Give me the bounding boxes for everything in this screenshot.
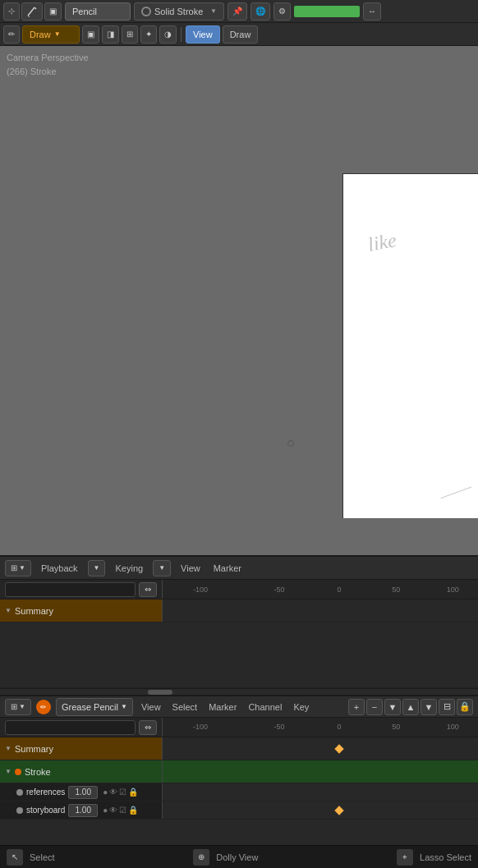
gp-topbar: ⊞ ▼ ✏ Grease Pencil ▼ View Select Marker… (0, 695, 478, 718)
playback-chevron-btn[interactable]: ▼ (88, 560, 106, 576)
gp-references-value[interactable]: 1.00 (68, 786, 98, 799)
gp-lock-icon: 🔒 (459, 701, 471, 712)
ref-render-icon[interactable]: ☑ (119, 788, 126, 797)
onion-btn[interactable]: ◨ (102, 25, 119, 44)
settings-btn[interactable]: ⚙ (273, 2, 291, 21)
globe-btn[interactable]: 🌐 (250, 2, 270, 21)
gp-select-menu[interactable]: Select (169, 700, 201, 714)
gp-name-btn[interactable]: Grease Pencil ▼ (56, 698, 133, 716)
dolly-icon[interactable]: ⊕ (193, 849, 209, 866)
svg-line-0 (28, 7, 34, 16)
gp-stroke-collapse-btn[interactable]: ▼ (5, 768, 11, 775)
lasso-icon[interactable]: ⌖ (397, 849, 413, 866)
stroke-type-label: Solid Stroke (154, 7, 203, 16)
canvas-sketch-line (435, 472, 471, 498)
search-input[interactable] (5, 582, 136, 597)
pin-btn[interactable]: 📌 (228, 2, 247, 21)
gp-ruler-left: ⇔ (0, 718, 163, 737)
stroke-circle-icon (141, 7, 151, 16)
pencil-draw-btn[interactable] (21, 2, 43, 21)
draw-mode-chevron-icon: ▼ (54, 30, 61, 38)
draw-icon-btn[interactable]: ✏ (3, 25, 20, 44)
timeline-scrollbar-thumb[interactable] (148, 690, 172, 695)
summary-collapse-btn[interactable]: ▼ (5, 607, 11, 614)
gp-stroke-label-text: Stroke (25, 767, 51, 777)
gp-references-track-row: references 1.00 ● 👁 ☑ 🔒 (0, 783, 478, 801)
gp-ref-dot-icon (16, 789, 23, 796)
gp-storyboard-value[interactable]: 1.00 (68, 804, 98, 817)
stroke-selector[interactable]: Solid Stroke ▼ (134, 2, 224, 21)
timeline-ruler: ⇔ -100 -50 0 50 100 (0, 580, 478, 599)
color-bar[interactable] (294, 6, 360, 17)
gp-panel-btn[interactable]: ⊟ (439, 699, 455, 715)
keying-chevron-icon: ▼ (159, 564, 165, 572)
gp-timeline: ⊞ ▼ ✏ Grease Pencil ▼ View Select Marker… (0, 695, 478, 867)
lasso-label: Lasso Select (420, 852, 471, 862)
story-eye-icon[interactable]: 👁 (109, 806, 117, 815)
gp-add-btn[interactable]: + (348, 699, 365, 715)
scene-selector[interactable]: ⊞ ▼ (5, 560, 31, 576)
gp-up-btn[interactable]: ▲ (402, 699, 419, 715)
view-btn[interactable]: View (186, 25, 220, 44)
brush-btn[interactable]: ⊞ (122, 25, 138, 44)
gp-references-track-content (163, 783, 478, 801)
gp-search-input[interactable] (5, 720, 136, 735)
gp-stroke-track-row: ▼ Stroke (0, 760, 478, 783)
gp-lock-btn[interactable]: 🔒 (457, 699, 473, 715)
marker-menu[interactable]: Marker (210, 562, 245, 575)
viewport: Camera Perspective (266) Stroke like (0, 46, 478, 555)
draw-tab-label: Draw (230, 30, 251, 39)
gp-summary-track-label: ▼ Summary (0, 737, 163, 760)
gp-channel-menu[interactable]: Channel (245, 700, 285, 714)
frame-btn[interactable]: ▣ (82, 25, 99, 44)
select-label: Select (30, 852, 55, 862)
swap-btn[interactable]: ⇔ (139, 582, 157, 597)
story-render-icon[interactable]: ☑ (119, 806, 126, 815)
gp-marker-menu[interactable]: Marker (205, 700, 240, 714)
draw-tab-btn[interactable]: Draw (223, 25, 259, 44)
square-icon-btn[interactable]: ▣ (44, 2, 62, 21)
gp-dropdown-btn[interactable]: ▼ (384, 699, 401, 715)
view-menu[interactable]: View (177, 562, 204, 575)
select-icon[interactable]: ↖ (7, 849, 23, 866)
ref-lock-icon[interactable]: 🔒 (128, 788, 138, 797)
gp-key-menu[interactable]: Key (290, 700, 312, 714)
center-dot-indicator (287, 440, 294, 447)
timeline-scrollbar[interactable] (0, 688, 478, 695)
gp-action-btns: + − ▼ ▲ ▼ ⊟ 🔒 (348, 699, 473, 715)
playback-menu[interactable]: Playback (38, 562, 81, 575)
mask-btn[interactable]: ◑ (159, 25, 177, 44)
brush-name-btn[interactable]: Pencil (65, 2, 131, 21)
gp-tick-0: 0 (338, 723, 342, 731)
gp-references-track-label: references 1.00 ● 👁 ☑ 🔒 (0, 783, 163, 801)
ref-eye-icon[interactable]: 👁 (109, 788, 117, 797)
story-visibility-icon[interactable]: ● (103, 806, 108, 815)
gp-view-menu[interactable]: View (138, 700, 164, 714)
summary-track-content (163, 599, 478, 622)
svg-line-1 (34, 7, 36, 9)
scene-chevron-icon: ▼ (19, 564, 25, 572)
gp-remove-btn[interactable]: − (366, 699, 383, 715)
gp-name-label: Grease Pencil (62, 702, 118, 712)
mode-btn-1[interactable]: ⊹ (3, 2, 20, 21)
gp-stroke-track-label: ▼ Stroke (0, 760, 163, 783)
draw-mode-dropdown[interactable]: Draw ▼ (22, 25, 80, 44)
keying-menu[interactable]: Keying (112, 562, 146, 575)
canvas-sketch-text: like (366, 229, 398, 256)
globe-icon: 🌐 (255, 7, 265, 16)
ref-track-icons: ● 👁 ☑ 🔒 (103, 788, 138, 797)
gp-down-btn[interactable]: ▼ (421, 699, 437, 715)
gp-scene-selector[interactable]: ⊞ ▼ (5, 699, 31, 715)
story-lock-icon[interactable]: 🔒 (128, 806, 138, 815)
expand-btn[interactable]: ↔ (363, 2, 381, 21)
gp-summary-collapse-btn[interactable]: ▼ (5, 745, 11, 752)
gp-story-dot-icon (16, 807, 23, 814)
keying-chevron-btn[interactable]: ▼ (153, 560, 171, 576)
gp-remove-icon: − (372, 702, 377, 712)
fx-btn[interactable]: ✦ (140, 25, 157, 44)
gp-name-chevron-icon: ▼ (121, 703, 127, 710)
gp-storyboard-track-content (163, 801, 478, 819)
gp-swap-btn[interactable]: ⇔ (139, 720, 157, 735)
gp-storyboard-keyframe (334, 806, 343, 815)
ref-visibility-icon[interactable]: ● (103, 788, 108, 797)
